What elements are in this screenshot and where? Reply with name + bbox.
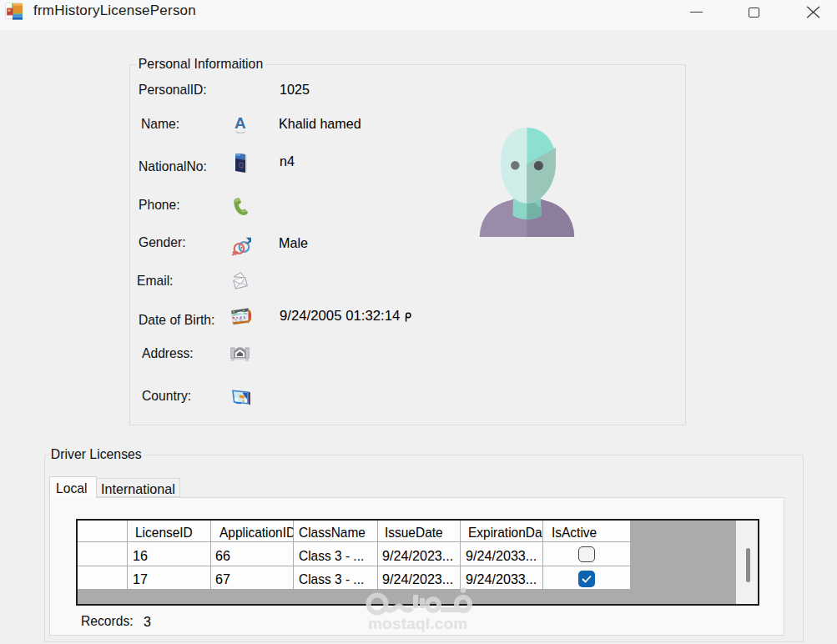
svg-text:A: A (234, 114, 246, 132)
svg-text:mostaql.com: mostaql.com (368, 615, 467, 632)
